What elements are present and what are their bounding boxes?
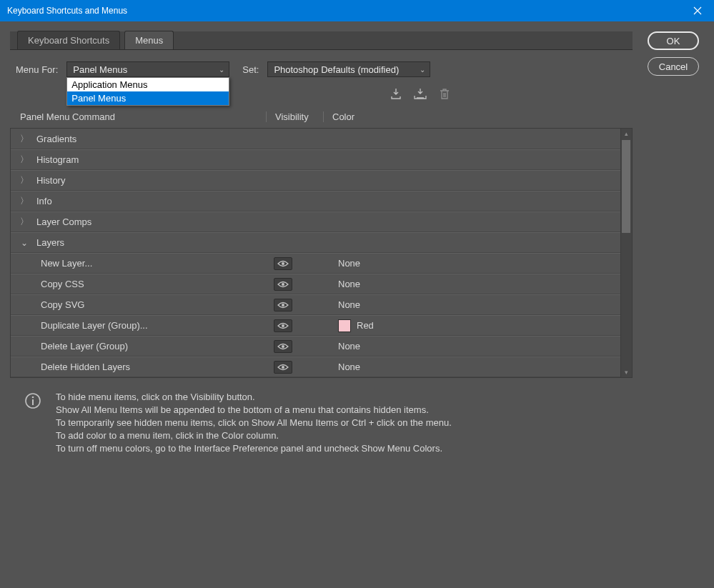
save-all-icon	[413, 88, 427, 101]
menu-item-label: New Layer...	[11, 258, 267, 269]
tab-menus[interactable]: Menus	[124, 31, 174, 49]
info-line: To hide menu items, click on the Visibil…	[56, 391, 452, 404]
svg-point-2	[282, 304, 284, 307]
config-row: Menu For: Panel Menus ⌄ Application Menu…	[10, 50, 633, 80]
tab-strip: Keyboard Shortcuts Menus	[10, 31, 633, 50]
chevron-down-icon: ⌄	[219, 66, 224, 74]
chevron-down-icon: ⌄	[420, 66, 425, 74]
tree-row-histogram[interactable]: 〉 Histogram	[11, 149, 620, 170]
tree-label: Info	[36, 196, 52, 206]
menu-item-row[interactable]: Duplicate Layer (Group)... Red	[11, 315, 620, 336]
menu-for-label: Menu For:	[16, 64, 58, 75]
color-cell[interactable]: None	[338, 362, 360, 372]
info-line: To temporarily see hidden menu items, cl…	[56, 417, 452, 429]
scrollbar[interactable]: ▴ ▾	[620, 129, 632, 377]
visibility-toggle[interactable]	[274, 319, 292, 332]
trash-icon	[440, 89, 450, 100]
eye-icon	[277, 343, 289, 350]
scrollbar-thumb[interactable]	[622, 140, 630, 233]
chevron-right-icon: 〉	[19, 195, 29, 207]
visibility-toggle[interactable]	[274, 361, 292, 374]
col-color: Color	[323, 111, 354, 122]
chevron-right-icon: 〉	[19, 216, 29, 228]
tree-row-info[interactable]: 〉 Info	[11, 191, 620, 211]
tree-label: History	[36, 175, 65, 186]
menu-item-row[interactable]: Delete Layer (Group) None	[11, 336, 620, 357]
ok-button[interactable]: OK	[648, 31, 699, 50]
menu-item-row[interactable]: Copy CSS None	[11, 274, 620, 294]
eye-icon	[277, 322, 289, 329]
color-label: None	[338, 258, 360, 269]
window-title: Keyboard Shortcuts and Menus	[7, 6, 127, 16]
color-swatch	[338, 319, 351, 332]
scroll-up-icon[interactable]: ▴	[620, 129, 632, 139]
save-set-button[interactable]	[389, 87, 403, 101]
menu-item-label: Delete Hidden Layers	[11, 362, 267, 372]
chevron-down-icon: ⌄	[19, 238, 29, 248]
color-cell[interactable]: None	[338, 279, 360, 289]
tree-row-history[interactable]: 〉 History	[11, 170, 620, 191]
svg-point-7	[32, 397, 34, 399]
eye-icon	[277, 260, 289, 267]
tree-label: Histogram	[36, 154, 79, 165]
menu-item-label: Delete Layer (Group)	[11, 341, 267, 352]
svg-rect-8	[32, 399, 34, 405]
visibility-toggle[interactable]	[274, 257, 292, 270]
color-cell[interactable]: None	[338, 299, 360, 310]
color-label: None	[338, 299, 360, 310]
tab-keyboard-shortcuts[interactable]: Keyboard Shortcuts	[17, 31, 120, 49]
color-cell[interactable]: None	[338, 258, 360, 269]
menu-item-label: Copy SVG	[11, 299, 267, 310]
visibility-toggle[interactable]	[274, 340, 292, 353]
info-icon	[24, 392, 41, 409]
color-label: None	[338, 341, 360, 352]
color-cell[interactable]: None	[338, 341, 360, 352]
tree-label: Gradients	[36, 134, 76, 144]
color-label: Red	[357, 320, 374, 331]
tree-row-layers[interactable]: ⌄ Layers	[11, 232, 620, 253]
info-text: To hide menu items, click on the Visibil…	[56, 391, 452, 455]
menu-item-row[interactable]: New Layer... None	[11, 253, 620, 274]
svg-point-3	[282, 324, 284, 327]
close-button[interactable]	[681, 0, 714, 21]
side-buttons: OK Cancel	[643, 31, 704, 578]
tree-row-gradients[interactable]: 〉 Gradients	[11, 129, 620, 149]
svg-point-4	[282, 345, 284, 348]
menu-for-dropdown[interactable]: Panel Menus ⌄ Application Menus Panel Me…	[66, 61, 229, 77]
chevron-right-icon: 〉	[19, 174, 29, 186]
eye-icon	[277, 302, 289, 309]
chevron-right-icon: 〉	[19, 133, 29, 145]
visibility-toggle[interactable]	[274, 299, 292, 312]
svg-point-5	[282, 366, 284, 369]
col-command: Panel Menu Command	[20, 111, 266, 122]
set-dropdown[interactable]: Photoshop Defaults (modified) ⌄	[267, 61, 430, 77]
table-column-headers: Panel Menu Command Visibility Color	[10, 109, 633, 128]
menu-item-row[interactable]: Copy SVG None	[11, 294, 620, 315]
menu-for-option-panel[interactable]: Panel Menus	[67, 91, 229, 105]
menu-for-value: Panel Menus	[73, 64, 127, 75]
set-label: Set:	[242, 64, 259, 75]
delete-set-button[interactable]	[437, 87, 452, 101]
save-all-button[interactable]	[413, 87, 427, 101]
col-visibility: Visibility	[266, 111, 323, 122]
scroll-down-icon[interactable]: ▾	[620, 367, 632, 377]
menu-item-label: Duplicate Layer (Group)...	[11, 320, 267, 331]
cancel-button[interactable]: Cancel	[648, 57, 699, 76]
chevron-right-icon: 〉	[19, 154, 29, 166]
menu-item-label: Copy CSS	[11, 279, 267, 289]
svg-point-0	[282, 262, 284, 265]
menu-for-option-application[interactable]: Application Menus	[67, 78, 229, 91]
svg-point-1	[282, 283, 284, 286]
info-line: To turn off menu colors, go to the Inter…	[56, 442, 452, 455]
tree-row-layer-comps[interactable]: 〉 Layer Comps	[11, 211, 620, 232]
info-section: To hide menu items, click on the Visibil…	[10, 378, 633, 455]
menu-table: 〉 Gradients 〉 Histogram 〉 History 〉 Info…	[10, 128, 633, 378]
color-cell[interactable]: Red	[338, 319, 374, 332]
eye-icon	[277, 364, 289, 371]
set-value: Photoshop Defaults (modified)	[274, 64, 399, 75]
tree-label: Layer Comps	[36, 216, 91, 227]
visibility-toggle[interactable]	[274, 278, 292, 291]
color-label: None	[338, 279, 360, 289]
title-bar: Keyboard Shortcuts and Menus	[0, 0, 714, 21]
menu-item-row[interactable]: Delete Hidden Layers None	[11, 357, 620, 377]
